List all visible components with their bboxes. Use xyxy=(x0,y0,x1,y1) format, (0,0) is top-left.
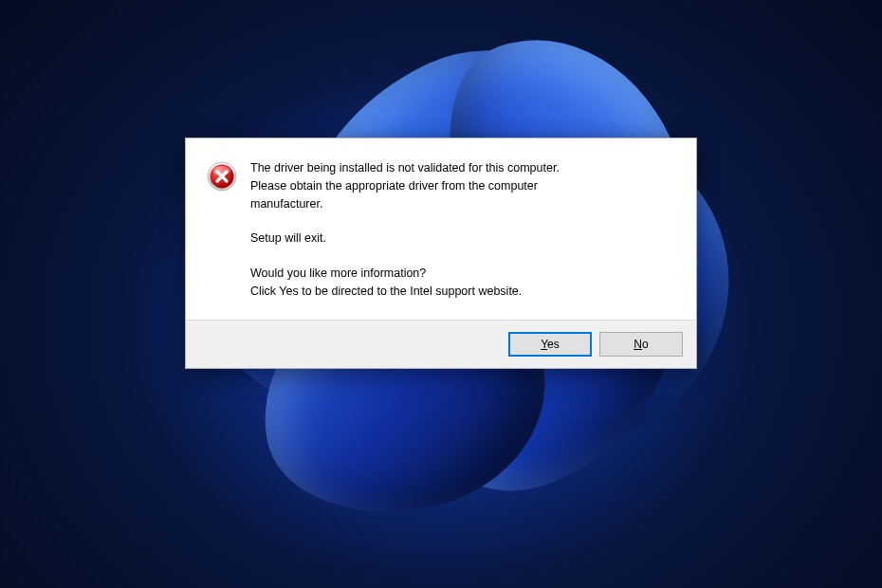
message-line: Please obtain the appropriate driver fro… xyxy=(250,177,560,195)
message-line: Click Yes to be directed to the Intel su… xyxy=(250,283,560,301)
dialog-message: The driver being installed is not valida… xyxy=(250,159,560,301)
message-line: Would you like more information? xyxy=(250,265,560,283)
dialog-footer: Yes No xyxy=(186,320,696,368)
message-line: The driver being installed is not valida… xyxy=(250,159,560,177)
svg-point-2 xyxy=(213,166,230,175)
message-line: Setup will exit. xyxy=(250,230,560,248)
message-line: manufacturer. xyxy=(250,195,560,213)
no-button[interactable]: No xyxy=(599,332,683,357)
error-dialog: The driver being installed is not valida… xyxy=(185,138,697,369)
error-icon xyxy=(207,161,237,192)
dialog-body: The driver being installed is not valida… xyxy=(186,138,696,320)
yes-button[interactable]: Yes xyxy=(508,332,592,357)
